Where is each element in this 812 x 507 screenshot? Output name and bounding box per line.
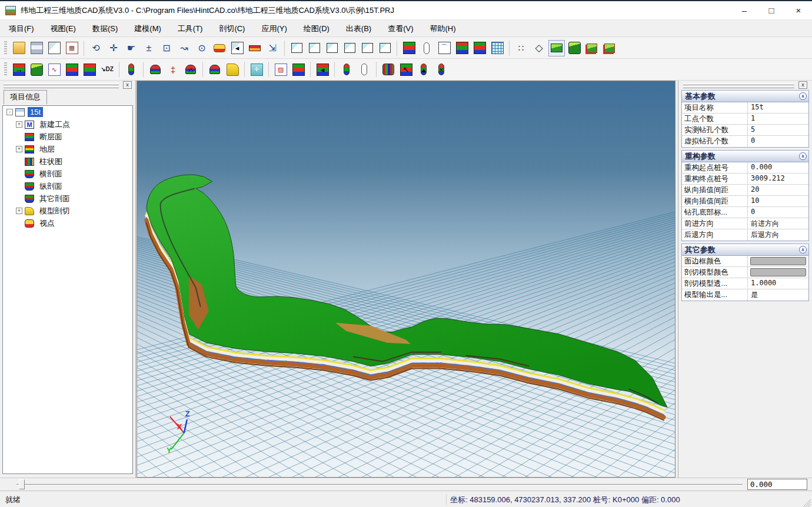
table-edit-icon[interactable]: ▦ [64,40,80,56]
tree-item-模型剖切[interactable]: +模型剖切 [3,205,132,217]
tunnel-section-icon[interactable] [147,61,164,78]
layer-stack-icon[interactable] [290,61,307,78]
menu-item-9[interactable]: 查看(V) [382,22,418,36]
borehole-delete-icon[interactable]: × [433,61,450,78]
property-group-header[interactable]: 基本参数∧ [682,91,808,102]
view-cube-left-icon[interactable] [288,40,305,56]
stake-icon[interactable]: ‡ [165,61,181,78]
view-cube-back-icon[interactable] [341,40,358,56]
borehole-white-icon[interactable] [356,61,372,78]
station-slider-handle[interactable] [19,479,25,489]
save-icon[interactable] [28,40,45,56]
pan-hand-icon[interactable]: ☛ [123,40,139,56]
terrain-import-icon[interactable]: → [11,61,27,78]
tree-item-label[interactable]: 纵剖面 [37,181,65,192]
tree-item-label[interactable]: 15t [28,107,43,117]
tunnel-pair-icon[interactable]: ∩ [182,61,199,78]
borehole-icon[interactable] [123,61,139,78]
property-value[interactable]: 0 [748,136,808,147]
properties-panel-grip[interactable]: x [681,81,810,89]
property-value[interactable]: 0 [748,207,808,218]
menu-item-8[interactable]: 出表(B) [341,22,377,36]
toolbar-grip[interactable] [4,62,7,76]
road-model-icon[interactable]: ⌒ [436,40,452,56]
property-group-header[interactable]: 重构参数∧ [682,151,808,162]
menu-item-2[interactable]: 数据(S) [87,22,123,36]
measure-ruler-icon[interactable] [247,40,263,56]
tree-item-视点[interactable]: 视点 [3,217,132,229]
tree-expander-icon[interactable]: - [6,109,13,115]
terrain-surface-icon[interactable] [81,61,98,78]
model-cut-icon[interactable] [224,61,241,78]
offset-input[interactable] [747,479,807,490]
orbit-path-icon[interactable]: ↝ [176,40,192,56]
menu-item-3[interactable]: 建模(M) [129,22,167,36]
maximize-button[interactable]: □ [758,1,785,19]
property-value[interactable]: 1.0000 [748,278,808,289]
tree-item-label[interactable]: 新建工点 [37,119,72,131]
view-cube-top-icon[interactable] [359,40,375,56]
cut-pick-icon[interactable]: ↖ [398,61,414,78]
zoom-point-icon[interactable]: ⊙ [194,40,210,56]
borehole-color-icon[interactable] [338,61,355,78]
view-cube-front-icon[interactable] [324,40,340,56]
tree-item-label[interactable]: 模型剖切 [37,205,72,217]
tree-item-label[interactable]: 柱状图 [37,156,65,168]
menu-item-10[interactable]: 帮助(H) [425,22,461,36]
zoom-window-icon[interactable]: ⊡ [158,40,175,56]
tree-item-label[interactable]: 视点 [37,218,57,229]
model-export-icon[interactable]: ◂ [229,40,245,56]
tree-item-label[interactable]: 断层面 [37,131,65,143]
shaded-green-cube-icon[interactable] [566,40,583,56]
menu-item-5[interactable]: 剖切(C) [214,22,250,36]
tree-item-15t[interactable]: -15t [3,106,132,118]
viewport-3d[interactable]: X Y Z [137,81,675,478]
view-cube-iso-icon[interactable] [377,40,393,56]
property-value[interactable]: 是 [748,289,808,301]
geology-model-icon[interactable] [401,40,417,56]
project-panel-grip[interactable]: x [1,81,134,89]
strata-flag-icon[interactable] [471,40,488,56]
camera-view-icon[interactable] [211,40,228,56]
property-value[interactable]: 前进方向 [748,218,808,229]
collapse-chevron-icon[interactable]: ∧ [799,152,807,160]
property-value[interactable]: 1 [748,114,808,124]
toolbar-grip[interactable] [4,41,7,55]
tree-item-横剖面[interactable]: 横剖面 [3,168,132,180]
section-chart-icon[interactable]: ▨ [272,61,289,78]
menu-item-0[interactable]: 项目(F) [4,22,39,36]
wireframe-cube-icon[interactable]: ◇ [531,40,547,56]
point-cloud-icon[interactable]: ∷ [513,40,530,56]
view-cube-right-icon[interactable] [306,40,322,56]
property-value[interactable]: 20 [748,185,808,195]
tunnel-arch-icon[interactable] [207,61,223,78]
property-value[interactable]: 0.000 [748,162,808,173]
tab-project-info[interactable]: 项目信息 [4,90,47,105]
tree-expander-icon[interactable]: + [16,121,22,128]
curve-chart-icon[interactable]: ∿ [46,61,62,78]
tree-item-地层[interactable]: +地层 [3,143,132,155]
collapse-chevron-icon[interactable]: ∧ [799,246,807,254]
color-swatch[interactable] [750,268,806,276]
tree-item-纵剖面[interactable]: 纵剖面 [3,180,132,192]
solid-green-box-icon[interactable] [548,40,565,56]
zoom-extents-icon[interactable]: ⇲ [264,40,281,56]
viewport-settings-icon[interactable]: ✛ [248,61,265,78]
resize-grip[interactable] [803,499,811,507]
section-flag-icon[interactable] [454,40,470,56]
property-value[interactable]: 5 [748,125,808,135]
menu-item-1[interactable]: 视图(E) [45,22,81,36]
borehole-add-icon[interactable]: ▴ [415,61,432,78]
property-value[interactable]: 10 [748,196,808,206]
menu-item-6[interactable]: 应用(Y) [256,22,292,36]
model-edit-icon[interactable] [28,61,45,78]
cut-model-icon[interactable]: ◂ [314,61,331,78]
property-group-header[interactable]: 其它参数∧ [682,244,808,256]
borehole-pair-icon[interactable] [418,40,435,56]
tree-item-label[interactable]: 地层 [37,144,57,155]
rotate-view-icon[interactable]: ⟲ [88,40,104,56]
station-slider[interactable] [16,484,743,485]
collapse-chevron-icon[interactable]: ∧ [799,92,807,100]
tree-item-其它剖面[interactable]: 其它剖面 [3,192,132,205]
properties-panel-close-icon[interactable]: x [798,81,807,89]
